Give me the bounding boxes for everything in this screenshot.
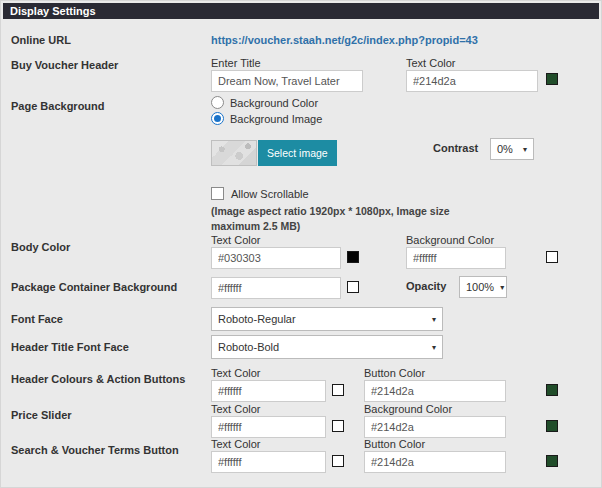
radio-background-color-label: Background Color: [230, 97, 318, 109]
search-voucher-button-color-swatch[interactable]: [546, 455, 558, 467]
body-background-color-label: Background Color: [406, 234, 494, 246]
body-text-color-swatch[interactable]: [347, 251, 359, 263]
radio-background-image[interactable]: Background Image: [211, 112, 322, 125]
checkbox-icon: [211, 187, 224, 200]
price-slider-text-color-swatch[interactable]: [332, 420, 344, 432]
body-text-color-input[interactable]: [211, 247, 341, 269]
background-image-thumbnail: [211, 140, 257, 166]
search-voucher-button-color-label: Button Color: [364, 438, 425, 450]
price-slider-text-color-label: Text Color: [211, 403, 261, 415]
header-button-color-swatch[interactable]: [546, 384, 558, 396]
buy-voucher-header-label: Buy Voucher Header: [11, 59, 118, 71]
package-container-label: Package Container Background: [11, 281, 177, 293]
image-requirements-note: (Image aspect ratio 1920px * 1080px, Ima…: [211, 204, 491, 234]
package-container-color-input[interactable]: [211, 277, 341, 299]
font-face-value: Roboto-Regular: [218, 313, 296, 325]
contrast-select[interactable]: 0% ▾: [490, 138, 534, 160]
header-title-font-face-value: Roboto-Bold: [218, 341, 279, 353]
contrast-label: Contrast: [433, 142, 478, 154]
font-face-select[interactable]: Roboto-Regular ▾: [211, 307, 443, 331]
contrast-value: 0%: [497, 143, 513, 155]
price-slider-text-color-input[interactable]: [211, 416, 326, 438]
search-voucher-text-color-input[interactable]: [211, 451, 326, 473]
price-slider-background-color-input[interactable]: [364, 416, 506, 438]
panel-title-text: Display Settings: [10, 5, 96, 17]
voucher-text-color-swatch[interactable]: [546, 73, 558, 85]
header-colours-label: Header Colours & Action Buttons: [11, 373, 185, 385]
chevron-down-icon: ▾: [432, 343, 436, 352]
header-button-color-label: Button Color: [364, 367, 425, 379]
select-image-button[interactable]: Select image: [258, 140, 337, 166]
header-text-color-input[interactable]: [211, 380, 326, 402]
font-face-label: Font Face: [11, 313, 63, 325]
header-title-font-face-label: Header Title Font Face: [11, 341, 129, 353]
opacity-value: 100%: [466, 281, 494, 293]
header-title-font-face-select[interactable]: Roboto-Bold ▾: [211, 335, 443, 359]
radio-checked-icon: [211, 112, 224, 125]
radio-icon: [211, 96, 224, 109]
chevron-down-icon: ▾: [432, 315, 436, 324]
price-slider-background-color-label: Background Color: [364, 403, 452, 415]
package-container-color-swatch[interactable]: [347, 281, 359, 293]
voucher-text-color-label: Text Color: [406, 57, 456, 69]
body-background-color-input[interactable]: [406, 247, 506, 269]
price-slider-label: Price Slider: [11, 409, 72, 421]
enter-title-label: Enter Title: [211, 57, 261, 69]
search-voucher-label: Search & Voucher Terms Button: [11, 444, 179, 456]
voucher-title-input[interactable]: [211, 70, 363, 92]
body-text-color-label: Text Color: [211, 234, 261, 246]
price-slider-background-color-swatch[interactable]: [546, 420, 558, 432]
voucher-text-color-input[interactable]: [406, 70, 538, 92]
opacity-label: Opacity: [406, 280, 446, 292]
display-settings-panel: Display Settings Online URL https://vouc…: [0, 0, 602, 488]
header-text-color-label: Text Color: [211, 367, 261, 379]
header-text-color-swatch[interactable]: [332, 384, 344, 396]
online-url-link[interactable]: https://voucher.staah.net/g2c/index.php?…: [211, 34, 478, 46]
opacity-select[interactable]: 100% ▾: [459, 276, 507, 298]
page-background-label: Page Background: [11, 100, 105, 112]
header-button-color-input[interactable]: [364, 380, 506, 402]
search-voucher-text-color-label: Text Color: [211, 438, 261, 450]
chevron-down-icon: ▾: [500, 283, 504, 292]
radio-background-image-label: Background Image: [230, 113, 322, 125]
chevron-down-icon: ▾: [523, 145, 527, 154]
allow-scrollable-checkbox[interactable]: Allow Scrollable: [211, 187, 309, 200]
body-background-color-swatch[interactable]: [546, 251, 558, 263]
panel-title: Display Settings: [3, 3, 599, 19]
search-voucher-text-color-swatch[interactable]: [332, 455, 344, 467]
radio-background-color[interactable]: Background Color: [211, 96, 318, 109]
body-color-label: Body Color: [11, 241, 70, 253]
online-url-label: Online URL: [11, 34, 71, 46]
allow-scrollable-label: Allow Scrollable: [231, 188, 309, 200]
search-voucher-button-color-input[interactable]: [364, 451, 506, 473]
